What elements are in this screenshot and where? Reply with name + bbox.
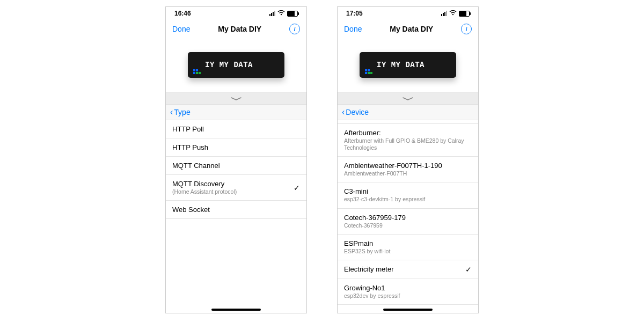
list-item-sublabel: Cotech-367959: [344, 222, 406, 229]
option-list[interactable]: Afterburner:Afterburner with Full GPIO &…: [338, 120, 478, 313]
chevron-left-icon: ‹: [342, 108, 345, 116]
list-item-sublabel: ESP32S by wifi-iot: [344, 248, 390, 255]
phone-screen: 17:05DoneMy Data DIYiIY MY DATA‹DeviceAf…: [337, 6, 479, 313]
info-icon[interactable]: i: [461, 24, 472, 34]
list-item-sublabel: esp32-c3-devkitm-1 by espressif: [344, 196, 425, 203]
collapse-handle[interactable]: [338, 92, 478, 105]
list-item[interactable]: [338, 120, 478, 124]
device-hero: IY MY DATA: [166, 38, 306, 92]
list-item-sublabel: esp32dev by espressif: [344, 292, 400, 299]
home-indicator[interactable]: [211, 309, 261, 311]
device-display-text: IY MY DATA: [377, 61, 425, 69]
list-item-label: HTTP Push: [172, 143, 208, 151]
list-item[interactable]: Electricity meter✓: [338, 260, 478, 279]
back-label: Device: [346, 108, 369, 116]
list-item[interactable]: Growing-No1esp32dev by espressif: [338, 279, 478, 305]
list-item[interactable]: HTTP Push: [166, 138, 306, 157]
chevron-down-icon: [230, 93, 242, 103]
nav-title: My Data DIY: [390, 25, 433, 33]
list-item[interactable]: ESPmainESP32S by wifi-iot: [338, 235, 478, 260]
checkmark-icon: ✓: [294, 184, 300, 192]
list-item-label: Growing-No1: [344, 284, 400, 292]
list-item-label: HTTP Poll: [172, 125, 204, 133]
list-item[interactable]: Web Socket: [166, 201, 306, 219]
status-bar: 16:46: [166, 7, 306, 20]
list-item[interactable]: Cotech-367959-179Cotech-367959: [338, 209, 478, 235]
list-item-label: Electricity meter: [344, 265, 393, 273]
cellular-icon: [441, 11, 447, 16]
device-display-text: IY MY DATA: [205, 61, 253, 69]
info-icon[interactable]: i: [289, 24, 300, 34]
status-time: 16:46: [174, 10, 191, 17]
battery-icon: [287, 11, 298, 17]
home-indicator[interactable]: [383, 309, 433, 311]
list-item[interactable]: MQTT Discovery(Home Assistant protocol)✓: [166, 175, 306, 201]
back-label: Type: [174, 108, 190, 116]
list-item[interactable]: MQTT Channel: [166, 157, 306, 175]
phone-screen: 16:46DoneMy Data DIYiIY MY DATA‹TypeHTTP…: [165, 6, 307, 313]
nav-bar: DoneMy Data DIYi: [338, 20, 478, 38]
list-item-sublabel: Ambientweather-F007TH: [344, 170, 442, 177]
status-indicators: [269, 10, 298, 17]
status-bar: 17:05: [338, 7, 478, 20]
list-item[interactable]: Afterburner:Afterburner with Full GPIO &…: [338, 124, 478, 157]
nav-bar: DoneMy Data DIYi: [166, 20, 306, 38]
back-button[interactable]: ‹Device: [338, 105, 478, 120]
status-indicators: [441, 10, 470, 17]
option-list[interactable]: HTTP PollHTTP PushMQTT ChannelMQTT Disco…: [166, 120, 306, 313]
list-item[interactable]: HTTP Poll: [166, 120, 306, 138]
wifi-icon: [277, 10, 285, 17]
done-button[interactable]: Done: [344, 25, 362, 33]
list-item[interactable]: Ambientweather-F007TH-1-190Ambientweathe…: [338, 157, 478, 182]
list-item-label: C3-mini: [344, 187, 425, 195]
device-hero: IY MY DATA: [338, 38, 478, 92]
device-image: IY MY DATA: [188, 52, 284, 78]
list-item-label: Afterburner:: [344, 129, 472, 137]
list-item-sublabel: Afterburner with Full GPIO & BME280 by C…: [344, 137, 472, 151]
cellular-icon: [269, 11, 275, 16]
status-time: 17:05: [346, 10, 363, 17]
back-button[interactable]: ‹Type: [166, 105, 306, 120]
svg-point-0: [281, 14, 282, 15]
list-item[interactable]: C3-miniesp32-c3-devkitm-1 by espressif: [338, 182, 478, 208]
checkmark-icon: ✓: [465, 265, 472, 274]
list-item-label: Web Socket: [172, 206, 210, 214]
list-item-label: Cotech-367959-179: [344, 214, 406, 222]
svg-point-1: [452, 14, 453, 15]
collapse-handle[interactable]: [166, 92, 306, 105]
nav-title: My Data DIY: [218, 25, 261, 33]
battery-icon: [459, 11, 470, 17]
list-item-label: MQTT Discovery: [172, 180, 237, 188]
list-item-sublabel: (Home Assistant protocol): [172, 188, 237, 195]
device-image: IY MY DATA: [360, 52, 456, 78]
done-button[interactable]: Done: [172, 25, 190, 33]
list-item-label: Ambientweather-F007TH-1-190: [344, 162, 442, 170]
chevron-down-icon: [402, 93, 414, 103]
list-item-label: MQTT Channel: [172, 162, 220, 170]
wifi-icon: [449, 10, 457, 17]
list-item-label: ESPmain: [344, 239, 390, 247]
chevron-left-icon: ‹: [170, 108, 173, 116]
